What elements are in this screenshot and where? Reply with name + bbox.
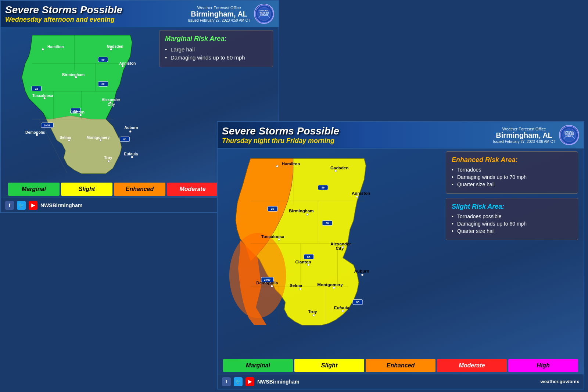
twitter-icon-bottom: 🐦 — [234, 377, 243, 386]
svg-text:Montgomery: Montgomery — [87, 136, 110, 140]
svg-text:City: City — [108, 103, 115, 107]
bottom-card-office: Weather Forecast Office Birmingham, AL I… — [493, 127, 555, 144]
top-risk-bullet-1: Large hail — [165, 46, 267, 53]
enhanced-risk-title: Enhanced Risk Area: — [452, 156, 572, 164]
facebook-icon: f — [5, 201, 14, 210]
svg-point-51 — [108, 160, 110, 162]
svg-text:Anniston: Anniston — [119, 61, 136, 65]
bottom-social-bar: f 🐦 ▶ NWSBirmingham weather.gov/bmx — [218, 374, 584, 389]
legend-high-bottom: High — [508, 359, 578, 372]
svg-text:Hamilton: Hamilton — [47, 45, 64, 49]
top-card-subtitle: Wednesday afternoon and evening — [5, 16, 122, 24]
svg-text:Clanton: Clanton — [70, 110, 85, 114]
svg-text:Demopolis: Demopolis — [25, 130, 45, 134]
city-bottom: Birmingham, AL — [493, 131, 555, 140]
bottom-card: Severe Storms Possible Thursday night th… — [217, 121, 584, 389]
svg-point-107 — [361, 274, 363, 276]
top-card-office: Weather Forecast Office Birmingham, AL I… — [188, 6, 250, 22]
top-risk-bullet-2: Damaging winds up to 60 mph — [165, 54, 267, 61]
slight-risk-section: Slight Risk Area: Tornadoes possible Dam… — [446, 198, 578, 240]
bottom-map-area: 22 59 20 65 20/59 85 Hamilton Gadsden An… — [223, 151, 377, 357]
svg-text:Gadsden: Gadsden — [107, 44, 123, 48]
bottom-card-subtitle: Thursday night thru Friday morning — [222, 137, 339, 145]
facebook-icon-bottom: f — [222, 377, 231, 386]
svg-text:Birmingham: Birmingham — [289, 209, 314, 213]
legend-marginal-top: Marginal — [8, 183, 60, 196]
svg-point-86 — [276, 165, 278, 168]
svg-text:Selma: Selma — [60, 136, 71, 140]
social-left-bottom: f 🐦 ▶ NWSBirmingham — [222, 377, 299, 386]
svg-text:Alexander: Alexander — [102, 98, 121, 102]
top-card-title-left: Severe Storms Possible Wednesday afterno… — [5, 4, 122, 24]
svg-text:Tuscaloosa: Tuscaloosa — [32, 94, 53, 98]
slight-bullet-1: Tornadoes possible — [452, 213, 572, 219]
bottom-map-svg: 22 59 20 65 20/59 85 Hamilton Gadsden An… — [223, 151, 377, 357]
top-map-area: 22 59 20 65 20/59 85 Hamilton Gadsden An… — [8, 28, 144, 175]
svg-text:20/59: 20/59 — [44, 124, 50, 127]
svg-text:85: 85 — [356, 301, 359, 304]
issued-top: Issued February 27, 2023 4:50 AM CT — [188, 18, 250, 22]
svg-text:Demopolis: Demopolis — [256, 281, 278, 285]
svg-text:22: 22 — [271, 207, 274, 211]
youtube-icon: ▶ — [29, 201, 37, 210]
top-card-title: Severe Storms Possible — [5, 4, 122, 16]
enhanced-risk-list: Tornadoes Damaging winds up to 70 mph Qu… — [452, 167, 572, 187]
social-handle-top: NWSBirmingham — [40, 202, 82, 208]
bottom-card-title: Severe Storms Possible — [222, 125, 339, 137]
youtube-icon-bottom: ▶ — [245, 377, 254, 386]
svg-text:Clanton: Clanton — [295, 260, 311, 264]
svg-text:20: 20 — [326, 222, 329, 225]
svg-text:Eufaula: Eufaula — [334, 306, 349, 310]
slight-risk-title: Slight Risk Area: — [452, 203, 572, 211]
svg-text:City: City — [336, 246, 344, 251]
svg-marker-7 — [46, 116, 122, 173]
svg-text:Selma: Selma — [290, 283, 302, 288]
slight-bullet-2: Damaging winds up to 60 mph — [452, 221, 572, 227]
svg-text:Auburn: Auburn — [124, 126, 138, 130]
svg-text:85: 85 — [123, 138, 126, 141]
svg-point-105 — [333, 287, 335, 289]
svg-point-103 — [299, 288, 301, 290]
city-top: Birmingham, AL — [188, 10, 250, 18]
svg-text:Birmingham: Birmingham — [62, 73, 85, 77]
svg-point-53 — [131, 156, 133, 158]
svg-point-111 — [342, 310, 344, 312]
svg-text:Troy: Troy — [308, 309, 317, 314]
svg-text:59: 59 — [321, 186, 325, 189]
top-risk-title: Marginal Risk Area: — [165, 35, 267, 43]
nws-logo-top: NATIONAL WEATHER SERVICE — [254, 4, 274, 24]
legend-moderate-top: Moderate — [167, 183, 218, 196]
website-link: weather.gov/bmx — [541, 379, 579, 384]
svg-text:20: 20 — [101, 82, 104, 86]
svg-text:65: 65 — [307, 255, 311, 259]
legend-marginal-bottom: Marginal — [223, 359, 293, 372]
top-info-box: Marginal Risk Area: Large hail Damaging … — [159, 30, 273, 67]
svg-point-28 — [42, 48, 44, 50]
svg-point-49 — [129, 130, 132, 133]
enhanced-risk-section: Enhanced Risk Area: Tornadoes Damaging w… — [446, 151, 578, 194]
slight-risk-list: Tornadoes possible Damaging winds up to … — [452, 213, 572, 234]
nws-logo-bottom: NATIONAL WEATHER SERVICE — [559, 125, 579, 145]
svg-text:22: 22 — [35, 87, 38, 90]
svg-text:Auburn: Auburn — [354, 269, 369, 273]
svg-text:Tuscaloosa: Tuscaloosa — [261, 234, 284, 239]
legend-slight-bottom: Slight — [294, 359, 364, 372]
twitter-icon: 🐦 — [17, 201, 26, 210]
legend-moderate-bottom: Moderate — [437, 359, 507, 372]
legend-enhanced-top: Enhanced — [114, 183, 165, 196]
enhanced-bullet-2: Damaging winds up to 70 mph — [452, 174, 572, 180]
bottom-info-box: Enhanced Risk Area: Tornadoes Damaging w… — [446, 151, 578, 245]
svg-text:Gadsden: Gadsden — [330, 166, 349, 170]
top-card-header: Severe Storms Possible Wednesday afterno… — [1, 1, 279, 27]
enhanced-bullet-1: Tornadoes — [452, 167, 572, 173]
svg-point-90 — [356, 196, 358, 198]
top-map-svg: 22 59 20 65 20/59 85 Hamilton Gadsden An… — [8, 28, 144, 175]
legend-slight-top: Slight — [61, 183, 112, 196]
svg-text:Eufaula: Eufaula — [124, 152, 138, 156]
top-risk-list: Large hail Damaging winds up to 60 mph — [165, 46, 267, 61]
office-label-top: Weather Forecast Office — [188, 6, 250, 10]
svg-text:Troy: Troy — [104, 156, 112, 160]
bottom-legend: Marginal Slight Enhanced Moderate High — [223, 359, 578, 372]
slight-bullet-3: Quarter size hail — [452, 228, 572, 234]
svg-text:Alexander: Alexander — [330, 242, 351, 246]
